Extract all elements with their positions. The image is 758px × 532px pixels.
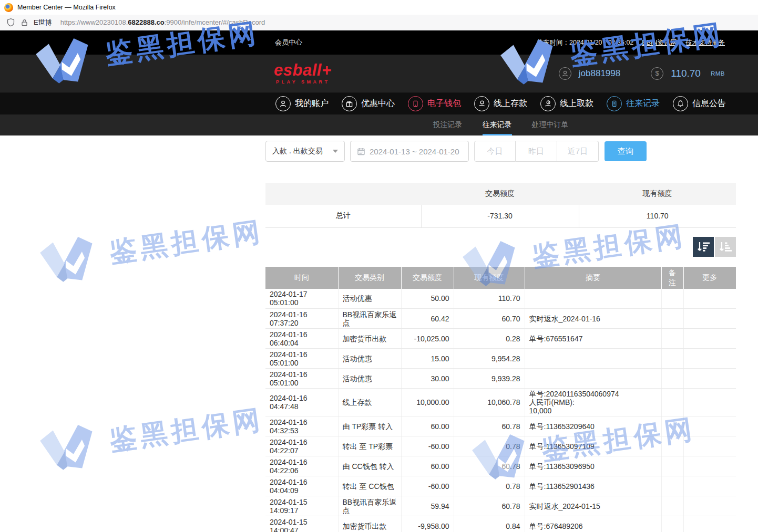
sort-ascending-button[interactable] [715, 237, 736, 257]
person-icon [275, 96, 291, 111]
cell-amount: 60.42 [401, 309, 454, 329]
cell-amount: 50.00 [401, 289, 454, 309]
topbar: 会员中心 美东时间：2024/01/20 - 02:35:02 BBIN资讯网 … [0, 30, 758, 55]
cell-time: 2024-01-16 04:22:06 [265, 456, 338, 476]
header-more: 更多 [683, 267, 736, 289]
cell-balance: 10,060.78 [454, 389, 525, 416]
url-domain: 6822888.co [128, 18, 164, 26]
window-title: Member Center — Mozilla Firefox [17, 4, 116, 11]
cell-amount: 30.00 [401, 369, 454, 389]
cell-more [683, 369, 736, 389]
tab-cash-records[interactable]: 往来记录 [483, 114, 512, 135]
nav-label: 信息公告 [692, 98, 726, 109]
cell-note [661, 416, 683, 436]
esball-logo: esball+ PLAY SMART [274, 62, 332, 85]
address-bar[interactable]: E世博 https://www20230108.6822888.co:9900/… [0, 15, 758, 30]
tab-bet-records[interactable]: 投注记录 [433, 114, 463, 135]
cell-more [683, 389, 736, 416]
nav-item-transactions[interactable]: 往来记录 [607, 96, 660, 111]
header-time: 时间 [265, 267, 338, 289]
cell-time: 2024-01-16 05:01:00 [265, 349, 338, 369]
cell-time: 2024-01-16 06:40:04 [265, 329, 338, 349]
balance-amount: 110.70 [671, 68, 701, 79]
cell-more [683, 516, 736, 532]
nav-item-ewallet[interactable]: 电子钱包 [408, 96, 461, 111]
cell-type: BB视讯百家乐返点 [338, 496, 401, 516]
summary-balance-total: 110.70 [579, 205, 736, 227]
logo-text: esball+ [274, 62, 332, 78]
summary-header-balance: 现有额度 [579, 183, 736, 205]
nav-label: 我的账户 [295, 98, 329, 109]
username[interactable]: job881998 [579, 68, 620, 79]
cell-summary [525, 349, 661, 369]
table-row: 2024-01-17 05:01:00活动优惠50.00110.70 [265, 289, 736, 309]
summary-header-empty [265, 183, 421, 205]
browser-window: Member Center — Mozilla Firefox E世博 http… [0, 0, 758, 532]
member-center-label: 会员中心 [275, 38, 302, 47]
nav-item-my-account[interactable]: 我的账户 [275, 96, 329, 111]
sub-nav: 投注记录 往来记录 处理中订单 [0, 114, 758, 135]
cell-note [661, 516, 683, 532]
cell-note [661, 389, 683, 416]
transactions-table: 时间 交易类别 交易额度 现有额度 摘要 备注 更多 2024-01-17 05… [265, 267, 736, 532]
tech-support-link[interactable]: 技术支持服务 [685, 38, 725, 47]
cell-amount: 10,000.00 [401, 389, 454, 416]
nav-label: 线上存款 [494, 98, 527, 109]
query-button[interactable]: 查询 [605, 141, 647, 161]
bbin-news-link[interactable]: BBIN资讯网 [642, 38, 677, 47]
cell-amount: 60.00 [401, 416, 454, 436]
cell-time: 2024-01-15 14:09:17 [265, 496, 338, 516]
url-text[interactable]: https://www20230108.6822888.co:9900/infe… [60, 18, 265, 26]
cell-balance: 9,954.28 [454, 349, 525, 369]
cell-more [683, 416, 736, 436]
nav-item-deposit[interactable]: 线上存款 [474, 96, 527, 111]
cell-more [683, 329, 736, 349]
today-button[interactable]: 今日 [474, 141, 516, 162]
cell-summary: 单号:113653096950 [525, 456, 661, 476]
withdraw-money-hand-icon [540, 96, 556, 111]
cell-summary: 单号:113652901436 [525, 476, 661, 496]
url-prefix: https://www20230108. [60, 18, 128, 26]
nav-item-withdraw[interactable]: 线上取款 [540, 96, 593, 111]
cell-summary: 单号:676489206 [525, 516, 661, 532]
tab-pending-orders[interactable]: 处理中订单 [532, 114, 569, 135]
transaction-type-select[interactable]: 入款 . 出款交易 [265, 141, 345, 162]
cell-type: 活动优惠 [338, 369, 401, 389]
cell-note [661, 456, 683, 476]
shield-icon[interactable] [6, 18, 15, 27]
cell-more [683, 436, 736, 456]
cell-balance: 60.78 [454, 456, 525, 476]
selected-option: 入款 . 出款交易 [272, 147, 323, 156]
table-row: 2024-01-15 14:09:17BB视讯百家乐返点59.9460.78实时… [265, 496, 736, 516]
cell-type: 线上存款 [338, 389, 401, 416]
cell-balance: 60.78 [454, 496, 525, 516]
sort-ascending-icon [719, 241, 732, 253]
sort-controls [265, 237, 736, 257]
cell-summary: 单号:113653097109 [525, 436, 661, 456]
table-row: 2024-01-16 07:37:20BB视讯百家乐返点60.4260.70实时… [265, 309, 736, 329]
bell-icon [673, 96, 688, 111]
table-row: 2024-01-16 05:01:00活动优惠15.009,954.28 [265, 349, 736, 369]
cell-note [661, 289, 683, 309]
yesterday-button[interactable]: 昨日 [516, 141, 557, 162]
last-7-days-button[interactable]: 近7日 [557, 141, 599, 162]
sort-descending-button[interactable] [693, 237, 714, 257]
lock-icon[interactable] [21, 18, 28, 27]
nav-item-promotions[interactable]: 优惠中心 [342, 96, 395, 111]
nav-item-announcements[interactable]: 信息公告 [673, 96, 726, 111]
site-identity-label: E世博 [34, 18, 52, 27]
date-range-input[interactable]: 2024-01-13 ~ 2024-01-20 [350, 141, 469, 162]
cell-more [683, 456, 736, 476]
url-suffix: :9900/infe/mcenter/#/cashRecord [165, 18, 265, 26]
wallet-icon [408, 96, 423, 111]
header-balance: 现有额度 [454, 267, 525, 289]
cell-balance: 0.84 [454, 516, 525, 532]
cell-amount: 15.00 [401, 349, 454, 369]
transactions-body: 2024-01-17 05:01:00活动优惠50.00110.702024-0… [265, 289, 736, 532]
summary-header-transaction: 交易额度 [421, 183, 579, 205]
calendar-icon [357, 147, 365, 155]
cell-type: 由 CC钱包 转入 [338, 456, 401, 476]
cell-balance: 60.70 [454, 309, 525, 329]
cell-summary: 实时返水_2024-01-16 [525, 309, 661, 329]
firefox-icon [4, 3, 13, 12]
